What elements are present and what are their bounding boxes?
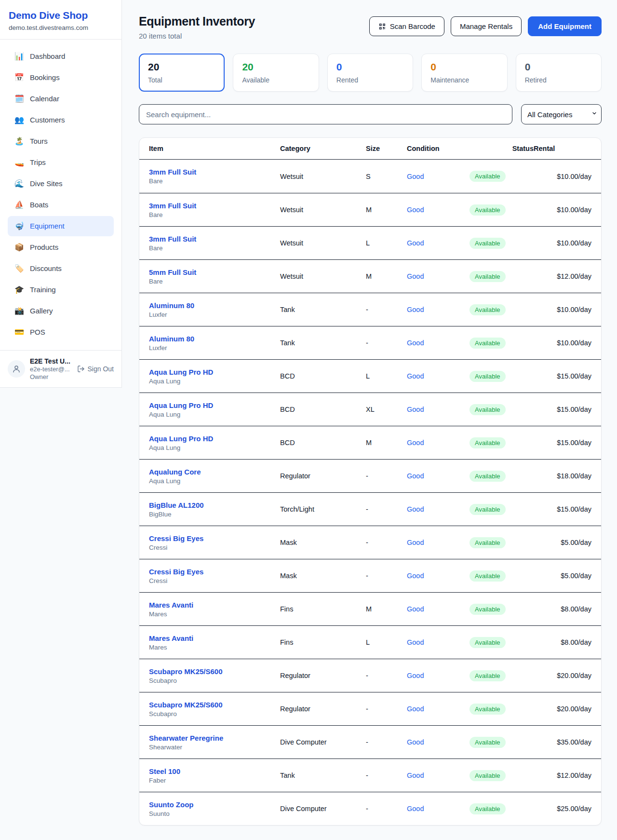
- sidebar-item-tours[interactable]: 🏝️ Tours: [8, 131, 114, 151]
- item-name-link[interactable]: Mares Avanti: [149, 634, 280, 642]
- sidebar-item-bookings[interactable]: 📅 Bookings: [8, 68, 114, 88]
- rental-price: $8.00/day: [534, 605, 591, 613]
- condition-link[interactable]: Good: [407, 272, 424, 280]
- item-name-link[interactable]: Steel 100: [149, 767, 280, 775]
- condition-link[interactable]: Good: [407, 439, 424, 447]
- condition-link[interactable]: Good: [407, 339, 424, 347]
- condition-link[interactable]: Good: [407, 505, 424, 513]
- table-header: Item Category Size Condition Status Rent…: [139, 138, 601, 160]
- sidebar-item-dive-sites[interactable]: 🌊 Dive Sites: [8, 174, 114, 194]
- item-name-link[interactable]: Cressi Big Eyes: [149, 534, 280, 542]
- item-name-link[interactable]: Aqua Lung Pro HD: [149, 434, 280, 443]
- condition-link[interactable]: Good: [407, 672, 424, 679]
- item-name-link[interactable]: Aluminum 80: [149, 335, 280, 343]
- sidebar-item-label: Gallery: [30, 306, 53, 316]
- item-name-link[interactable]: 3mm Full Suit: [149, 235, 280, 243]
- user-email: e2e-tester@...: [30, 366, 72, 373]
- condition-link[interactable]: Good: [407, 772, 424, 779]
- condition-link[interactable]: Good: [407, 372, 424, 380]
- manage-rentals-button[interactable]: Manage Rentals: [451, 16, 522, 36]
- status-badge: Available: [469, 404, 506, 415]
- add-equipment-button[interactable]: Add Equipment: [528, 16, 602, 36]
- sidebar-item-label: Tours: [30, 136, 48, 147]
- condition-link[interactable]: Good: [407, 572, 424, 580]
- sidebar-item-trips[interactable]: 🚤 Trips: [8, 152, 114, 173]
- item-name-link[interactable]: Aqua Lung Pro HD: [149, 368, 280, 376]
- item-size: L: [366, 372, 407, 380]
- item-brand: Faber: [149, 777, 280, 784]
- item-name-link[interactable]: Aluminum 80: [149, 301, 280, 310]
- sidebar-item-gallery[interactable]: 📸 Gallery: [8, 301, 114, 321]
- condition-link[interactable]: Good: [407, 638, 424, 646]
- table-row: 3mm Full Suit Bare Wetsuit S Good Availa…: [139, 160, 601, 193]
- item-name-link[interactable]: Aqualung Core: [149, 468, 280, 476]
- condition-link[interactable]: Good: [407, 605, 424, 613]
- sign-out-button[interactable]: Sign Out: [77, 365, 114, 373]
- condition-link[interactable]: Good: [407, 239, 424, 247]
- sidebar-item-products[interactable]: 📦 Products: [8, 237, 114, 257]
- condition-link[interactable]: Good: [407, 805, 424, 813]
- item-category: BCD: [280, 406, 366, 413]
- item-category: Regulator: [280, 472, 366, 480]
- sidebar-item-customers[interactable]: 👥 Customers: [8, 110, 114, 130]
- people-icon: 👥: [13, 115, 25, 125]
- sidebar-item-pos[interactable]: 💳 POS: [8, 322, 114, 342]
- table-row: Aqualung Core Aqua Lung Regulator - Good…: [139, 459, 601, 492]
- item-name-link[interactable]: 5mm Full Suit: [149, 268, 280, 276]
- sidebar-item-calendar[interactable]: 🗓️ Calendar: [8, 89, 114, 109]
- status-badge: Available: [469, 304, 506, 315]
- item-name-link[interactable]: Cressi Big Eyes: [149, 568, 280, 576]
- credit-card-icon: 💳: [13, 327, 25, 338]
- items-total-count: 20 items total: [139, 32, 255, 40]
- rental-price: $10.00/day: [534, 173, 591, 180]
- item-category: Wetsuit: [280, 239, 366, 247]
- sidebar-item-label: Dive Sites: [30, 178, 63, 189]
- item-name-link[interactable]: Scubapro MK25/S600: [149, 667, 280, 676]
- item-name-link[interactable]: 3mm Full Suit: [149, 202, 280, 210]
- stat-card-maintenance[interactable]: 0 Maintenance: [421, 54, 507, 92]
- user-name: E2E Test U...: [30, 357, 72, 365]
- item-name-link[interactable]: 3mm Full Suit: [149, 168, 280, 176]
- condition-link[interactable]: Good: [407, 206, 424, 214]
- item-size: M: [366, 605, 407, 613]
- category-filter-select[interactable]: All Categories: [521, 104, 602, 124]
- condition-link[interactable]: Good: [407, 306, 424, 313]
- item-name-link[interactable]: BigBlue AL1200: [149, 501, 280, 509]
- stat-card-available[interactable]: 20 Available: [233, 54, 319, 92]
- scan-barcode-button[interactable]: Scan Barcode: [369, 16, 444, 36]
- search-input[interactable]: [139, 104, 512, 124]
- condition-link[interactable]: Good: [407, 705, 424, 713]
- column-header: Status: [469, 145, 534, 152]
- condition-link[interactable]: Good: [407, 406, 424, 413]
- sidebar-item-training[interactable]: 🎓 Training: [8, 280, 114, 300]
- sidebar-item-equipment[interactable]: 🤿 Equipment: [8, 216, 114, 236]
- sidebar-nav: 📊 Dashboard 📅 Bookings 🗓️ Calendar 👥 Cus…: [0, 40, 121, 350]
- sidebar-item-label: Boats: [30, 200, 48, 210]
- item-brand: Luxfer: [149, 311, 280, 318]
- condition-link[interactable]: Good: [407, 472, 424, 480]
- item-name-link[interactable]: Aqua Lung Pro HD: [149, 401, 280, 409]
- sidebar-item-dashboard[interactable]: 📊 Dashboard: [8, 46, 114, 67]
- status-badge: Available: [469, 604, 506, 615]
- item-name-link[interactable]: Shearwater Peregrine: [149, 734, 280, 742]
- item-name-link[interactable]: Scubapro MK25/S600: [149, 701, 280, 709]
- stats-row: 20 Total 20 Available 0 Rented 0 Mainten…: [139, 54, 602, 92]
- item-name-link[interactable]: Mares Avanti: [149, 601, 280, 609]
- item-name-link[interactable]: Suunto Zoop: [149, 800, 280, 809]
- stat-card-rented[interactable]: 0 Rented: [327, 54, 413, 92]
- condition-link[interactable]: Good: [407, 173, 424, 180]
- stat-card-total[interactable]: 20 Total: [139, 54, 225, 92]
- item-size: M: [366, 439, 407, 447]
- status-badge: Available: [469, 770, 506, 781]
- stat-card-retired[interactable]: 0 Retired: [516, 54, 602, 92]
- item-brand: Scubapro: [149, 710, 280, 718]
- stat-label: Retired: [525, 76, 592, 84]
- condition-link[interactable]: Good: [407, 738, 424, 746]
- sidebar-item-boats[interactable]: ⛵ Boats: [8, 195, 114, 215]
- item-brand: Bare: [149, 211, 280, 218]
- item-size: -: [366, 805, 407, 813]
- item-brand: Bare: [149, 177, 280, 185]
- status-badge: Available: [469, 171, 506, 182]
- sidebar-item-discounts[interactable]: 🏷️ Discounts: [8, 258, 114, 279]
- condition-link[interactable]: Good: [407, 539, 424, 546]
